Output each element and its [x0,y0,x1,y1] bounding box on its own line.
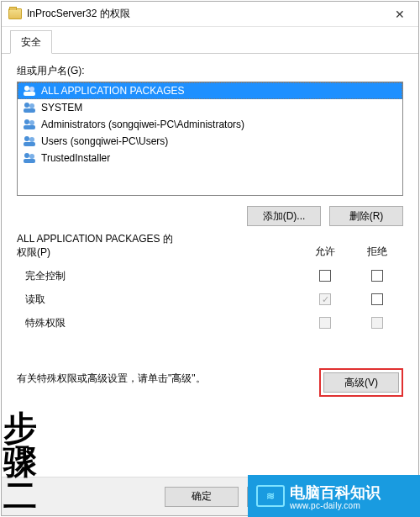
permissions-table: 完全控制 读取 特殊权限 [17,264,403,335]
list-item[interactable]: ALL APPLICATION PACKAGES [18,82,402,99]
svg-rect-8 [24,125,35,129]
list-item[interactable]: SYSTEM [18,99,402,116]
banner-url: www.pc-daily.com [290,501,381,510]
add-button[interactable]: 添加(D)... [247,206,321,226]
monitor-icon: ≋ [256,485,285,507]
permission-name: 读取 [17,293,299,307]
svg-point-9 [24,136,29,141]
user-buttons-row: 添加(D)... 删除(R) [17,206,403,226]
list-item[interactable]: TrustedInstaller [18,150,402,166]
list-item-label: TrustedInstaller [41,152,110,164]
svg-point-6 [24,119,29,124]
list-item-label: SYSTEM [41,102,82,113]
titlebar[interactable]: InProcServer32 的权限 ✕ [2,2,418,27]
svg-point-7 [29,120,34,125]
group-icon [23,135,36,148]
permission-row: 读取 [17,288,403,311]
group-icon [23,84,36,98]
footer-note-text: 有关特殊权限或高级设置，请单击"高级"。 [17,368,319,386]
svg-point-1 [29,87,34,92]
group-icon [23,101,36,114]
deny-column-header: 拒绝 [351,245,403,259]
permission-name: 特殊权限 [17,316,299,330]
banner-title: 电脑百科知识 [290,484,381,501]
groups-label: 组或用户名(G): [17,64,403,78]
svg-point-12 [24,153,29,158]
remove-button[interactable]: 删除(R) [329,206,403,226]
tab-strip: 安全 [2,30,418,54]
permissions-header: ALL APPLICATION PACKAGES 的 权限(P) 允许 拒绝 [17,233,403,259]
permissions-title-line1: ALL APPLICATION PACKAGES 的 [17,233,299,246]
permissions-title-line2: 权限(P) [17,246,299,260]
svg-point-10 [29,137,34,142]
allow-checkbox[interactable] [319,270,331,282]
allow-checkbox [319,317,331,329]
dialog-window: InProcServer32 的权限 ✕ 安全 组或用户名(G): ALL AP… [1,1,419,516]
watermark-banner: ≋ 电脑百科知识 www.pc-daily.com [248,475,420,517]
group-icon [23,118,36,131]
advanced-button-highlight: 高级(V) [319,368,403,397]
permission-name: 完全控制 [17,269,299,283]
svg-rect-2 [24,92,35,96]
permission-row: 完全控制 [17,264,403,288]
ok-button[interactable]: 确定 [165,487,239,507]
group-icon [23,151,36,165]
svg-point-4 [29,103,34,108]
deny-checkbox [371,317,383,329]
list-item-label: ALL APPLICATION PACKAGES [41,85,185,97]
deny-checkbox[interactable] [371,293,383,305]
svg-point-13 [29,154,34,159]
close-button[interactable]: ✕ [381,2,418,27]
svg-rect-14 [24,159,35,163]
folder-icon [8,8,22,19]
permission-row: 特殊权限 [17,311,403,335]
advanced-button[interactable]: 高级(V) [323,372,399,393]
svg-point-3 [24,103,29,108]
banner-text-wrap: 电脑百科知识 www.pc-daily.com [290,483,381,510]
list-item-label: Users (songqiwei-PC\Users) [41,135,168,147]
tab-content: 组或用户名(G): ALL APPLICATION PACKAGES SYSTE… [2,54,418,477]
permissions-title: ALL APPLICATION PACKAGES 的 权限(P) [17,233,299,259]
list-item[interactable]: Users (songqiwei-PC\Users) [18,133,402,150]
tab-security[interactable]: 安全 [10,30,52,54]
allow-column-header: 允许 [299,245,351,259]
window-title: InProcServer32 的权限 [27,7,381,21]
deny-checkbox[interactable] [371,270,383,282]
footer-note-row: 有关特殊权限或高级设置，请单击"高级"。 高级(V) [17,368,403,397]
list-item-label: Administrators (songqiwei-PC\Administrat… [41,119,244,130]
svg-rect-5 [24,108,35,113]
users-listbox[interactable]: ALL APPLICATION PACKAGES SYSTEM Administ… [17,82,403,196]
allow-checkbox [319,293,331,305]
list-item[interactable]: Administrators (songqiwei-PC\Administrat… [18,116,402,133]
svg-point-0 [24,86,29,91]
svg-rect-11 [24,142,35,146]
